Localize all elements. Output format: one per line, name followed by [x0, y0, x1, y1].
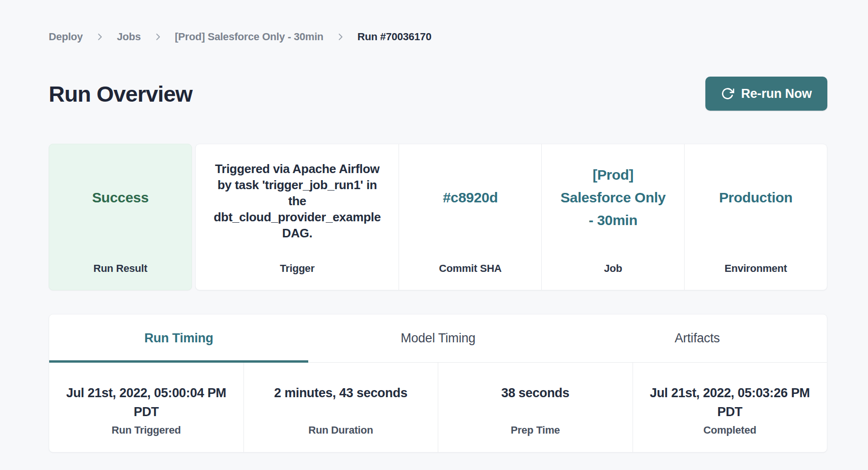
- run-timing-panel: Jul 21st, 2022, 05:00:04 PM PDT Run Trig…: [49, 363, 827, 452]
- prep-time-cell: 38 seconds Prep Time: [438, 363, 633, 452]
- completed-cell: Jul 21st, 2022, 05:03:26 PM PDT Complete…: [633, 363, 827, 452]
- commit-sha-cell: #c8920d Commit SHA: [399, 144, 541, 290]
- run-duration-value: 2 minutes, 43 seconds: [274, 383, 408, 424]
- environment-label: Environment: [685, 262, 827, 290]
- trigger-label: Trigger: [196, 262, 399, 290]
- run-triggered-cell: Jul 21st, 2022, 05:00:04 PM PDT Run Trig…: [49, 363, 243, 452]
- trigger-cell: Triggered via Apache Airflow by task 'tr…: [196, 144, 399, 290]
- tab-model-timing[interactable]: Model Timing: [308, 314, 567, 362]
- tab-bar: Run Timing Model Timing Artifacts: [49, 314, 827, 363]
- breadcrumb-item-job-name[interactable]: [Prod] Salesforce Only - 30min: [175, 31, 323, 43]
- run-duration-cell: 2 minutes, 43 seconds Run Duration: [243, 363, 438, 452]
- job-cell: [Prod] Salesforce Only - 30min Job: [541, 144, 684, 290]
- commit-sha-label: Commit SHA: [399, 262, 541, 290]
- chevron-right-icon: [336, 32, 345, 42]
- run-result-card: Success Run Result: [49, 144, 192, 290]
- refresh-icon: [721, 87, 734, 100]
- rerun-now-label: Re-run Now: [741, 87, 812, 101]
- run-duration-label: Run Duration: [308, 424, 373, 436]
- environment-link[interactable]: Production: [685, 144, 827, 262]
- run-summary-row: Success Run Result Triggered via Apache …: [49, 144, 827, 290]
- commit-sha-link[interactable]: #c8920d: [399, 144, 541, 262]
- tab-run-timing[interactable]: Run Timing: [49, 314, 308, 362]
- chevron-right-icon: [153, 32, 163, 42]
- breadcrumb-item-run-number: Run #70036170: [357, 31, 431, 43]
- run-result-value: Success: [49, 144, 191, 262]
- rerun-now-button[interactable]: Re-run Now: [705, 77, 828, 111]
- completed-value: Jul 21st, 2022, 05:03:26 PM PDT: [650, 383, 810, 424]
- breadcrumb: Deploy Jobs [Prod] Salesforce Only - 30m…: [49, 30, 827, 44]
- header-row: Run Overview Re-run Now: [49, 77, 827, 111]
- run-detail-card: Run Timing Model Timing Artifacts Jul 21…: [49, 314, 827, 453]
- run-overview-page: Deploy Jobs [Prod] Salesforce Only - 30m…: [0, 0, 868, 453]
- run-summary-card: Triggered via Apache Airflow by task 'tr…: [195, 144, 827, 290]
- prep-time-label: Prep Time: [511, 424, 560, 436]
- completed-label: Completed: [703, 424, 756, 436]
- tab-artifacts[interactable]: Artifacts: [568, 314, 827, 362]
- environment-cell: Production Environment: [684, 144, 827, 290]
- breadcrumb-item-jobs[interactable]: Jobs: [117, 31, 141, 43]
- run-triggered-label: Run Triggered: [112, 424, 181, 436]
- run-result-label: Run Result: [49, 262, 191, 290]
- chevron-right-icon: [95, 32, 104, 42]
- trigger-value: Triggered via Apache Airflow by task 'tr…: [196, 144, 399, 262]
- job-label: Job: [542, 262, 684, 290]
- prep-time-value: 38 seconds: [501, 383, 569, 424]
- job-link[interactable]: [Prod] Salesforce Only - 30min: [542, 144, 684, 262]
- page-title: Run Overview: [49, 81, 192, 107]
- breadcrumb-item-deploy[interactable]: Deploy: [49, 31, 83, 43]
- run-triggered-value: Jul 21st, 2022, 05:00:04 PM PDT: [66, 383, 226, 424]
